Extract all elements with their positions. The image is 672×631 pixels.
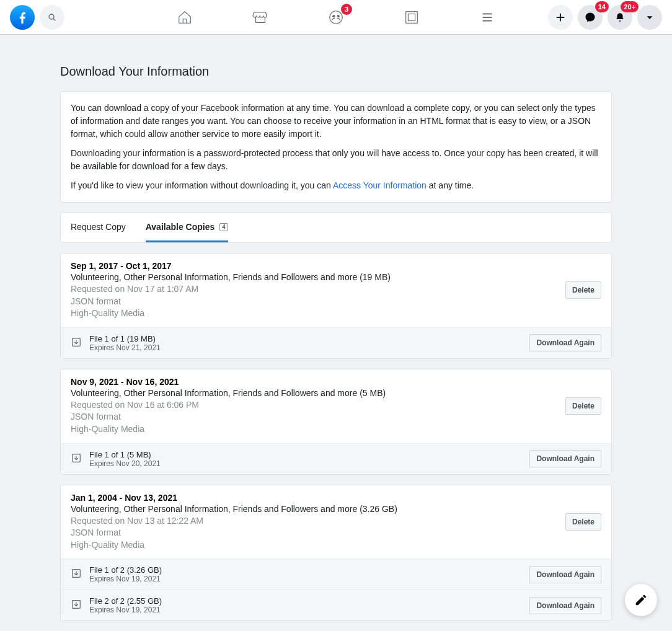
file-text: File 1 of 1 (5 MB) Expires Nov 20, 2021: [89, 450, 529, 468]
file-row: File 1 of 2 (3.26 GB) Expires Nov 19, 20…: [61, 558, 611, 589]
file-text: File 1 of 2 (3.26 GB) Expires Nov 19, 20…: [89, 565, 529, 583]
copy-header-text: Jan 1, 2004 - Nov 13, 2021 Volunteering,…: [71, 493, 565, 552]
copies-list: Sep 1, 2017 - Oct 1, 2017 Volunteering, …: [60, 253, 612, 621]
copy-quality: High-Quality Media: [71, 307, 565, 320]
store-icon: [252, 9, 268, 25]
file-expires: Expires Nov 20, 2021: [89, 459, 529, 468]
download-file-icon: [71, 337, 82, 350]
groups-badge: 3: [341, 4, 352, 15]
file-title: File 1 of 2 (3.26 GB): [89, 565, 529, 575]
nav-groups[interactable]: 3: [326, 7, 346, 27]
tab-available-label: Available Copies: [146, 222, 215, 232]
delete-button[interactable]: Delete: [565, 397, 601, 415]
access-info-link[interactable]: Access Your Information: [333, 180, 427, 190]
bell-icon: [614, 12, 626, 23]
copy-card: Nov 9, 2021 - Nov 16, 2021 Volunteering,…: [60, 369, 612, 475]
info-box: You can download a copy of your Facebook…: [60, 91, 612, 203]
info-paragraph-1: You can download a copy of your Facebook…: [71, 102, 601, 141]
file-expires: Expires Nov 19, 2021: [89, 575, 529, 583]
messenger-button[interactable]: 14: [578, 5, 603, 30]
messenger-icon: [585, 12, 596, 23]
copy-date-range: Sep 1, 2017 - Oct 1, 2017: [71, 261, 565, 271]
header-bar: 3 14 20+: [0, 0, 672, 35]
download-again-button[interactable]: Download Again: [529, 450, 601, 467]
svg-point-2: [330, 11, 342, 23]
available-count: 4: [219, 223, 228, 231]
header-right: 14 20+: [548, 5, 662, 30]
download-again-button[interactable]: Download Again: [529, 566, 601, 583]
copy-requested: Requested on Nov 16 at 6:06 PM: [71, 399, 565, 412]
page-title: Download Your Information: [60, 64, 612, 79]
download-again-button[interactable]: Download Again: [529, 597, 601, 614]
tab-available-copies[interactable]: Available Copies 4: [146, 213, 228, 242]
main-scroll[interactable]: Download Your Information You can downlo…: [0, 35, 672, 631]
copy-requested: Requested on Nov 13 at 12:22 AM: [71, 515, 565, 527]
download-file-icon: [71, 599, 82, 612]
copy-description: Volunteering, Other Personal Information…: [71, 504, 565, 514]
facebook-f-icon: [15, 10, 30, 25]
info-paragraph-2: Downloading your information is a passwo…: [71, 147, 601, 173]
copy-quality: High-Quality Media: [71, 539, 565, 552]
header-left: [10, 5, 64, 30]
nav-marketplace[interactable]: [250, 7, 270, 27]
file-expires: Expires Nov 19, 2021: [89, 606, 529, 614]
file-title: File 2 of 2 (2.55 GB): [89, 596, 529, 606]
account-dropdown[interactable]: [637, 5, 662, 30]
info-p3-post: at any time.: [427, 180, 474, 190]
copy-date-range: Jan 1, 2004 - Nov 13, 2021: [71, 493, 565, 503]
home-icon: [177, 9, 193, 25]
notifications-button[interactable]: 20+: [608, 5, 632, 30]
info-p3-pre: If you'd like to view your information w…: [71, 180, 333, 190]
delete-button[interactable]: Delete: [565, 281, 601, 299]
content: Download Your Information You can downlo…: [60, 35, 612, 621]
copy-header: Sep 1, 2017 - Oct 1, 2017 Volunteering, …: [61, 254, 611, 327]
file-text: File 2 of 2 (2.55 GB) Expires Nov 19, 20…: [89, 596, 529, 614]
download-again-button[interactable]: Download Again: [529, 334, 601, 351]
facebook-logo[interactable]: [10, 5, 35, 30]
copy-quality: High-Quality Media: [71, 423, 565, 436]
copy-header: Nov 9, 2021 - Nov 16, 2021 Volunteering,…: [61, 369, 611, 443]
edit-icon: [634, 593, 648, 607]
create-button[interactable]: [548, 5, 573, 30]
menu-icon: [479, 9, 495, 25]
copy-requested: Requested on Nov 17 at 1:07 AM: [71, 283, 565, 296]
file-row: File 1 of 1 (19 MB) Expires Nov 21, 2021…: [61, 327, 611, 358]
info-paragraph-3: If you'd like to view your information w…: [71, 179, 601, 192]
nav-menu[interactable]: [477, 7, 497, 27]
header-nav: 3: [175, 7, 497, 27]
copy-card: Jan 1, 2004 - Nov 13, 2021 Volunteering,…: [60, 485, 612, 622]
copy-description: Volunteering, Other Personal Information…: [71, 388, 565, 398]
file-title: File 1 of 1 (5 MB): [89, 450, 529, 459]
search-button[interactable]: [40, 5, 64, 30]
svg-line-1: [53, 19, 55, 20]
svg-point-3: [332, 15, 335, 17]
delete-button[interactable]: Delete: [565, 513, 601, 531]
copy-card: Sep 1, 2017 - Oct 1, 2017 Volunteering, …: [60, 253, 612, 359]
copy-header-text: Nov 9, 2021 - Nov 16, 2021 Volunteering,…: [71, 377, 565, 436]
copy-date-range: Nov 9, 2021 - Nov 16, 2021: [71, 377, 565, 387]
tab-request-copy[interactable]: Request Copy: [71, 213, 126, 242]
file-expires: Expires Nov 21, 2021: [89, 343, 529, 352]
file-text: File 1 of 1 (19 MB) Expires Nov 21, 2021: [89, 334, 529, 352]
file-title: File 1 of 1 (19 MB): [89, 334, 529, 343]
svg-point-0: [49, 14, 54, 19]
download-file-icon: [71, 568, 82, 581]
svg-rect-6: [408, 14, 415, 20]
svg-point-4: [337, 15, 340, 17]
file-row: File 2 of 2 (2.55 GB) Expires Nov 19, 20…: [61, 589, 611, 620]
tabs: Request Copy Available Copies 4: [60, 213, 612, 243]
copy-header-text: Sep 1, 2017 - Oct 1, 2017 Volunteering, …: [71, 261, 565, 320]
watch-icon: [404, 9, 420, 25]
copy-format: JSON format: [71, 296, 565, 308]
plus-icon: [555, 12, 566, 23]
compose-fab[interactable]: [625, 584, 657, 616]
file-row: File 1 of 1 (5 MB) Expires Nov 20, 2021 …: [61, 443, 611, 474]
nav-home[interactable]: [175, 7, 195, 27]
svg-rect-5: [406, 11, 418, 23]
copy-format: JSON format: [71, 527, 565, 539]
search-icon: [47, 12, 57, 22]
download-file-icon: [71, 452, 82, 466]
messenger-badge: 14: [595, 1, 609, 12]
notifications-badge: 20+: [621, 1, 639, 12]
nav-watch[interactable]: [402, 7, 422, 27]
